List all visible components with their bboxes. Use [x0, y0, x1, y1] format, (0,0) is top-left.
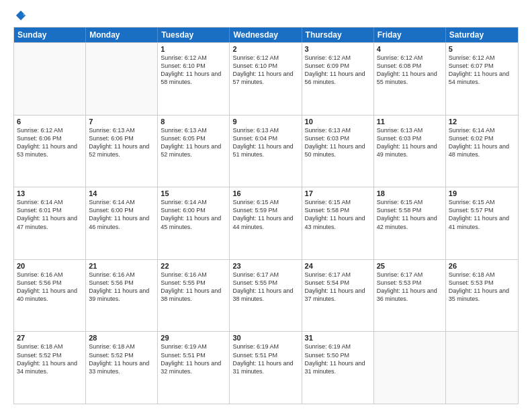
day-number: 25 — [377, 262, 443, 270]
day-number: 1 — [161, 45, 226, 53]
cell-detail: Sunrise: 6:16 AM Sunset: 5:56 PM Dayligh… — [17, 271, 83, 304]
calendar-header-day: Monday — [86, 28, 158, 42]
calendar-cell: 31Sunrise: 6:19 AM Sunset: 5:50 PM Dayli… — [302, 332, 374, 404]
cell-detail: Sunrise: 6:16 AM Sunset: 5:56 PM Dayligh… — [89, 271, 154, 304]
day-number: 7 — [89, 118, 154, 126]
calendar-header-day: Wednesday — [230, 28, 302, 42]
cell-detail: Sunrise: 6:12 AM Sunset: 6:06 PM Dayligh… — [17, 126, 83, 159]
calendar-header-day: Saturday — [446, 28, 518, 42]
cell-detail: Sunrise: 6:19 AM Sunset: 5:51 PM Dayligh… — [232, 342, 298, 375]
page: SundayMondayTuesdayWednesdayThursdayFrid… — [0, 0, 532, 411]
cell-detail: Sunrise: 6:14 AM Sunset: 6:02 PM Dayligh… — [449, 126, 515, 159]
calendar-header-day: Sunday — [14, 28, 86, 42]
cell-detail: Sunrise: 6:19 AM Sunset: 5:51 PM Dayligh… — [161, 342, 226, 375]
calendar-week-row: 27Sunrise: 6:18 AM Sunset: 5:52 PM Dayli… — [14, 331, 518, 404]
calendar-cell — [86, 43, 158, 115]
cell-detail: Sunrise: 6:15 AM Sunset: 5:58 PM Dayligh… — [305, 198, 371, 231]
calendar-cell: 1Sunrise: 6:12 AM Sunset: 6:10 PM Daylig… — [158, 43, 230, 115]
cell-detail: Sunrise: 6:12 AM Sunset: 6:10 PM Dayligh… — [232, 54, 298, 87]
calendar-cell: 10Sunrise: 6:13 AM Sunset: 6:03 PM Dayli… — [302, 116, 374, 187]
day-number: 9 — [232, 118, 298, 126]
cell-detail: Sunrise: 6:13 AM Sunset: 6:04 PM Dayligh… — [232, 126, 298, 159]
day-number: 26 — [449, 262, 515, 270]
day-number: 20 — [17, 262, 83, 270]
calendar-header-day: Friday — [374, 28, 446, 42]
cell-detail: Sunrise: 6:16 AM Sunset: 5:55 PM Dayligh… — [161, 271, 226, 304]
calendar-header-row: SundayMondayTuesdayWednesdayThursdayFrid… — [14, 28, 518, 42]
cell-detail: Sunrise: 6:15 AM Sunset: 5:58 PM Dayligh… — [377, 198, 443, 231]
day-number: 18 — [377, 189, 443, 197]
cell-detail: Sunrise: 6:18 AM Sunset: 5:52 PM Dayligh… — [89, 342, 154, 375]
calendar-cell: 12Sunrise: 6:14 AM Sunset: 6:02 PM Dayli… — [446, 116, 518, 187]
calendar-cell: 13Sunrise: 6:14 AM Sunset: 6:01 PM Dayli… — [14, 187, 86, 259]
logo — [13, 11, 27, 21]
calendar-week-row: 13Sunrise: 6:14 AM Sunset: 6:01 PM Dayli… — [14, 187, 518, 259]
cell-detail: Sunrise: 6:17 AM Sunset: 5:53 PM Dayligh… — [377, 271, 443, 304]
calendar-cell: 17Sunrise: 6:15 AM Sunset: 5:58 PM Dayli… — [302, 187, 374, 259]
calendar-header-day: Thursday — [302, 28, 374, 42]
calendar-cell: 27Sunrise: 6:18 AM Sunset: 5:52 PM Dayli… — [14, 332, 86, 404]
calendar-week-row: 20Sunrise: 6:16 AM Sunset: 5:56 PM Dayli… — [14, 259, 518, 332]
calendar-cell — [374, 332, 446, 404]
day-number: 17 — [305, 189, 371, 197]
day-number: 30 — [232, 334, 298, 342]
calendar-cell: 11Sunrise: 6:13 AM Sunset: 6:03 PM Dayli… — [374, 116, 446, 187]
day-number: 3 — [305, 45, 371, 53]
calendar-cell: 14Sunrise: 6:14 AM Sunset: 6:00 PM Dayli… — [86, 187, 158, 259]
calendar-cell: 18Sunrise: 6:15 AM Sunset: 5:58 PM Dayli… — [374, 187, 446, 259]
cell-detail: Sunrise: 6:15 AM Sunset: 5:59 PM Dayligh… — [232, 198, 298, 231]
cell-detail: Sunrise: 6:17 AM Sunset: 5:54 PM Dayligh… — [305, 271, 371, 304]
calendar-cell: 20Sunrise: 6:16 AM Sunset: 5:56 PM Dayli… — [14, 260, 86, 332]
calendar-cell: 16Sunrise: 6:15 AM Sunset: 5:59 PM Dayli… — [230, 187, 302, 259]
calendar-cell: 5Sunrise: 6:12 AM Sunset: 6:07 PM Daylig… — [446, 43, 518, 115]
calendar-cell: 19Sunrise: 6:15 AM Sunset: 5:57 PM Dayli… — [446, 187, 518, 259]
day-number: 4 — [377, 45, 443, 53]
day-number: 29 — [161, 334, 226, 342]
day-number: 13 — [17, 189, 83, 197]
day-number: 14 — [89, 189, 154, 197]
calendar-cell: 22Sunrise: 6:16 AM Sunset: 5:55 PM Dayli… — [158, 260, 230, 332]
cell-detail: Sunrise: 6:13 AM Sunset: 6:06 PM Dayligh… — [89, 126, 154, 159]
calendar-week-row: 1Sunrise: 6:12 AM Sunset: 6:10 PM Daylig… — [14, 42, 518, 115]
cell-detail: Sunrise: 6:13 AM Sunset: 6:03 PM Dayligh… — [377, 126, 443, 159]
cell-detail: Sunrise: 6:12 AM Sunset: 6:10 PM Dayligh… — [161, 54, 226, 87]
calendar-cell: 9Sunrise: 6:13 AM Sunset: 6:04 PM Daylig… — [230, 116, 302, 187]
day-number: 8 — [161, 118, 226, 126]
cell-detail: Sunrise: 6:12 AM Sunset: 6:07 PM Dayligh… — [449, 54, 515, 87]
day-number: 6 — [17, 118, 83, 126]
day-number: 2 — [232, 45, 298, 53]
logo-icon — [15, 9, 27, 21]
day-number: 31 — [305, 334, 371, 342]
day-number: 16 — [232, 189, 298, 197]
calendar: SundayMondayTuesdayWednesdayThursdayFrid… — [13, 27, 519, 404]
day-number: 5 — [449, 45, 515, 53]
calendar-header-day: Tuesday — [158, 28, 230, 42]
calendar-cell — [14, 43, 86, 115]
calendar-cell: 25Sunrise: 6:17 AM Sunset: 5:53 PM Dayli… — [374, 260, 446, 332]
calendar-cell: 7Sunrise: 6:13 AM Sunset: 6:06 PM Daylig… — [86, 116, 158, 187]
calendar-cell: 23Sunrise: 6:17 AM Sunset: 5:55 PM Dayli… — [230, 260, 302, 332]
day-number: 23 — [232, 262, 298, 270]
day-number: 21 — [89, 262, 154, 270]
cell-detail: Sunrise: 6:13 AM Sunset: 6:03 PM Dayligh… — [305, 126, 371, 159]
header — [13, 11, 519, 21]
day-number: 11 — [377, 118, 443, 126]
cell-detail: Sunrise: 6:18 AM Sunset: 5:53 PM Dayligh… — [449, 271, 515, 304]
calendar-cell: 6Sunrise: 6:12 AM Sunset: 6:06 PM Daylig… — [14, 116, 86, 187]
calendar-body: 1Sunrise: 6:12 AM Sunset: 6:10 PM Daylig… — [14, 42, 518, 404]
calendar-cell: 8Sunrise: 6:13 AM Sunset: 6:05 PM Daylig… — [158, 116, 230, 187]
calendar-cell: 21Sunrise: 6:16 AM Sunset: 5:56 PM Dayli… — [86, 260, 158, 332]
calendar-cell: 26Sunrise: 6:18 AM Sunset: 5:53 PM Dayli… — [446, 260, 518, 332]
cell-detail: Sunrise: 6:15 AM Sunset: 5:57 PM Dayligh… — [449, 198, 515, 231]
calendar-cell: 24Sunrise: 6:17 AM Sunset: 5:54 PM Dayli… — [302, 260, 374, 332]
day-number: 27 — [17, 334, 83, 342]
day-number: 22 — [161, 262, 226, 270]
calendar-cell — [446, 332, 518, 404]
cell-detail: Sunrise: 6:19 AM Sunset: 5:50 PM Dayligh… — [305, 342, 371, 375]
day-number: 10 — [305, 118, 371, 126]
day-number: 15 — [161, 189, 226, 197]
day-number: 19 — [449, 189, 515, 197]
cell-detail: Sunrise: 6:14 AM Sunset: 6:00 PM Dayligh… — [161, 198, 226, 231]
day-number: 24 — [305, 262, 371, 270]
day-number: 12 — [449, 118, 515, 126]
